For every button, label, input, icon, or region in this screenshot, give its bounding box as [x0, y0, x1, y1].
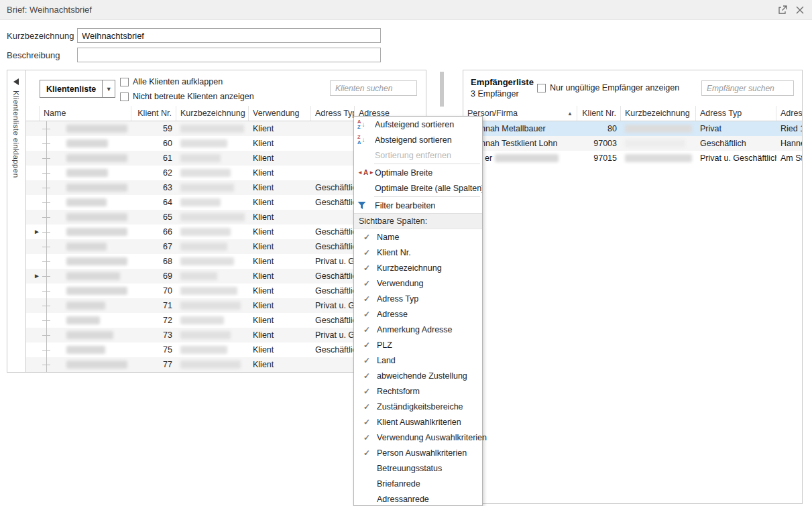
adresse-cell: Ried 1, — [776, 121, 802, 136]
column-toggle-verwendung-auswahlkriterien[interactable]: ✓Verwendung Auswahlkriterien — [354, 430, 482, 445]
kurzbezeichnung-cell — [176, 210, 249, 225]
column-header-Verwendung[interactable]: Verwendung — [249, 106, 311, 121]
column-toggle-verwendung[interactable]: ✓Verwendung — [354, 275, 482, 291]
name-cell — [40, 151, 131, 166]
column-toggle-label: Briefanrede — [377, 479, 420, 489]
column-header-label: Adresse — [780, 109, 802, 118]
menu-item-optimale-breite-alle-spalten-[interactable]: Optimale Breite (alle Spalten) — [354, 180, 482, 196]
arrow-down-icon: ↓ — [361, 137, 365, 143]
column-toggle-label: Verwendung — [377, 279, 424, 288]
empfaenger-search-input[interactable] — [701, 80, 794, 96]
column-header-Adress Typ[interactable]: Adress Typ — [311, 106, 355, 121]
column-toggle-abweichende-zustellung[interactable]: ✓abweichende Zustellung — [354, 368, 482, 383]
checkbox-alle-klienten-aufklappen[interactable]: Alle Klienten aufklappen — [120, 77, 223, 86]
collapse-klientenliste-button[interactable]: Klientenliste einklappen — [7, 70, 26, 372]
column-toggle-land[interactable]: ✓Land — [354, 353, 482, 368]
window-titlebar: Brief: Weihnachtsbrief — [0, 0, 812, 20]
filter-icon — [357, 200, 375, 212]
klient-nr-cell: 75 — [131, 342, 176, 357]
klient-nr-cell: 60 — [131, 136, 176, 151]
column-header-Klient Nr.[interactable]: Klient Nr. — [131, 106, 176, 121]
kurzbezeichnung-label: Kurzbezeichnung — [7, 31, 74, 41]
empfaenger-table-body: Hannah Metallbauer80PrivatRied 1,Hannah … — [463, 121, 802, 503]
person-name-text: er — [485, 153, 492, 163]
column-toggle-label: Klient Auswahlkriterien — [377, 418, 461, 427]
column-toggle-person-auswahlkriterien[interactable]: ✓Person Auswahlkriterien — [354, 445, 482, 460]
column-toggle-rechtsform[interactable]: ✓Rechtsform — [354, 383, 482, 399]
klient-nr-cell: 69 — [131, 269, 176, 283]
menu-item-filter-bearbeiten[interactable]: Filter bearbeiten — [354, 198, 482, 213]
checkbox-nicht-betreute-klienten[interactable]: Nicht betreute Klienten anzeigen — [120, 92, 254, 101]
close-icon[interactable] — [795, 5, 805, 15]
column-header-Kurzbezeichnung[interactable]: Kurzbezeichnung — [176, 106, 249, 121]
column-header-Name[interactable]: Name — [40, 106, 131, 121]
empfaenger-row[interactable]: Hannah Testklient Lohn97003GeschäftlichH… — [463, 136, 802, 151]
klient-nr-cell: 77 — [131, 357, 176, 372]
empfaenger-table-header[interactable]: Person/Firma▲Klient Nr.KurzbezeichnungAd… — [463, 106, 802, 121]
arrow-down-icon: ↓ — [361, 121, 365, 128]
row-indicator-cell — [26, 151, 40, 166]
beschreibung-field[interactable] — [77, 48, 381, 62]
blurred-text — [66, 331, 113, 339]
klienten-search-input[interactable] — [330, 80, 417, 96]
collapse-label: Klientenliste einklappen — [12, 90, 20, 178]
empfaenger-row[interactable]: Hannah Metallbauer80PrivatRied 1, — [463, 121, 802, 136]
column-toggle-klient-nr-[interactable]: ✓Klient Nr. — [354, 245, 482, 260]
column-toggle-label: Person Auswahlkriterien — [377, 448, 467, 458]
column-toggle-zust-ndigkeitsbereiche[interactable]: ✓Zuständigkeitsbereiche — [354, 399, 482, 414]
checkmark-icon: ✓ — [363, 387, 377, 396]
column-header-label: Klient Nr. — [582, 109, 616, 118]
expand-node-icon[interactable]: ► — [34, 271, 40, 281]
verwendung-cell: Klient — [249, 283, 311, 298]
verwendung-cell: Klient — [249, 180, 311, 195]
column-toggle-label: Name — [377, 233, 399, 242]
empfaenger-count: 3 Empfänger — [471, 89, 519, 99]
kurzbezeichnung-cell — [621, 151, 696, 166]
checkmark-icon: ✓ — [363, 371, 377, 381]
column-header-Kurzbezeichnung[interactable]: Kurzbezeichnung — [621, 106, 696, 121]
popout-window-icon[interactable] — [777, 5, 788, 15]
column-toggle-label: Zuständigkeitsbereiche — [377, 402, 463, 412]
expand-node-icon[interactable]: ► — [34, 227, 40, 237]
klient-nr-cell: 97015 — [577, 151, 621, 166]
menu-item-aufsteigend-sortieren[interactable]: AZ↓Aufsteigend sortieren — [354, 117, 482, 132]
checkmark-icon: ✓ — [363, 233, 377, 242]
adress-typ-cell: Geschäftlich — [696, 136, 776, 151]
column-toggle-kurzbezeichnung[interactable]: ✓Kurzbezeichnung — [354, 260, 482, 275]
adress-typ-cell: Privat u. Geschäftlich — [696, 151, 776, 166]
name-cell — [40, 313, 131, 328]
column-toggle-anmerkung-adresse[interactable]: ✓Anmerkung Adresse — [354, 322, 482, 337]
column-toggle-name[interactable]: ✓Name — [354, 229, 482, 245]
blurred-text — [180, 361, 241, 369]
column-header-label: Adress Typ — [700, 109, 742, 118]
column-toggle-adresse[interactable]: ✓Adresse — [354, 306, 482, 322]
column-header-Adresse[interactable]: Adresse — [776, 106, 802, 121]
name-cell — [40, 239, 131, 254]
column-toggle-klient-auswahlkriterien[interactable]: ✓Klient Auswahlkriterien — [354, 414, 482, 430]
panel-splitter-handle[interactable] — [440, 72, 444, 107]
row-indicator-cell — [26, 283, 40, 298]
column-header-indicator[interactable] — [26, 106, 40, 121]
column-header-Klient Nr.[interactable]: Klient Nr. — [577, 106, 621, 121]
klient-nr-cell: 70 — [131, 283, 176, 298]
menu-item-optimale-breite[interactable]: ◄A►Optimale Breite — [354, 165, 482, 180]
column-toggle-adressanrede[interactable]: Adressanrede — [354, 491, 482, 506]
blurred-text — [66, 125, 127, 133]
kurzbezeichnung-field[interactable] — [77, 28, 381, 43]
column-toggle-briefanrede[interactable]: Briefanrede — [354, 476, 482, 491]
klient-nr-cell: 68 — [131, 254, 176, 269]
name-cell — [40, 225, 131, 239]
list-selector-dropdown[interactable]: Klientenliste ▼ — [40, 80, 115, 98]
column-toggle-betreuungsstatus[interactable]: Betreuungsstatus — [354, 460, 482, 476]
column-toggle-adress-typ[interactable]: ✓Adress Typ — [354, 291, 482, 306]
checkbox-nur-ungueltige-empfaenger[interactable]: Nur ungültige Empfänger anzeigen — [537, 83, 679, 92]
column-toggle-plz[interactable]: ✓PLZ — [354, 337, 482, 353]
column-toggle-label: Adressanrede — [377, 495, 429, 504]
blurred-text — [180, 228, 231, 236]
column-header-Adress Typ[interactable]: Adress Typ — [696, 106, 776, 121]
empfaenger-row[interactable]: er97015Privat u. GeschäftlichAm Sta — [463, 151, 802, 166]
menu-item-absteigend-sortieren[interactable]: ZA↓Absteigend sortieren — [354, 132, 482, 147]
name-cell — [40, 269, 131, 283]
blurred-text — [180, 139, 227, 147]
blurred-text — [180, 346, 227, 354]
